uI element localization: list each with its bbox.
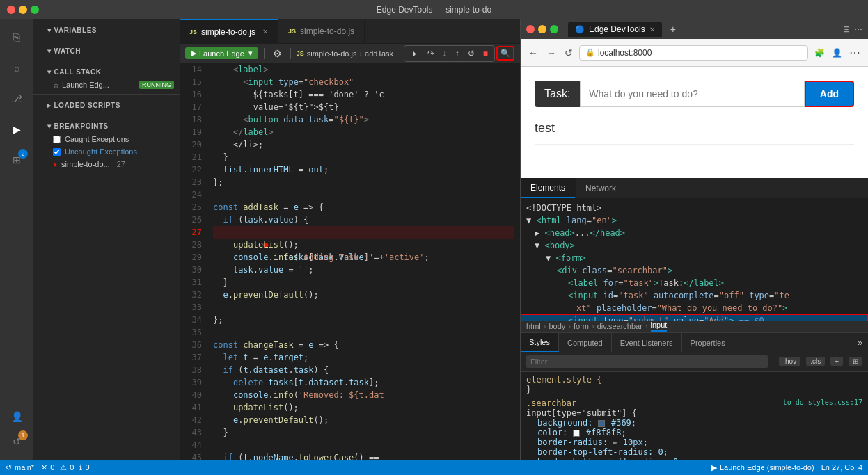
editor-tab-1-close[interactable]: ✕ — [262, 28, 268, 35]
breakpoint-file-label: simple-to-do... — [61, 160, 110, 168]
html-line-doctype[interactable]: <!DOCTYPE html> — [521, 202, 868, 214]
html-line-input-task[interactable]: <input id="task" autocomplete="off" type… — [521, 289, 868, 302]
devtools-dock-button[interactable]: ⊟ — [843, 24, 850, 34]
stop-button[interactable]: ■ — [480, 47, 491, 60]
activity-extensions[interactable]: ⊞ 2 — [4, 147, 29, 172]
forward-button[interactable]: → — [544, 45, 558, 61]
code-line-27: ● tasks[task.value] = 'active'; — [213, 226, 514, 239]
code-line-33 — [213, 301, 514, 314]
element-breadcrumbs: html › body › form › div.searchbar › inp… — [521, 321, 868, 332]
code-line-19: </label> — [213, 126, 514, 138]
close-button[interactable] — [7, 6, 15, 14]
styles-tab-computed[interactable]: Computed — [559, 333, 612, 352]
dt-traffic-lights — [526, 25, 558, 33]
restart-button[interactable]: ↺ — [464, 47, 478, 60]
info-count: 0 — [85, 463, 89, 472]
launch-dropdown-icon[interactable]: ▾ — [248, 49, 253, 58]
styles-tab-event-listeners[interactable]: Event Listeners — [612, 333, 682, 352]
add-rule-button[interactable]: + — [830, 357, 843, 366]
breakpoints-chevron: ▾ — [47, 122, 52, 130]
bc-sep-1: › — [544, 322, 546, 330]
bc-html[interactable]: html — [526, 322, 541, 330]
html-line-div-searchbar[interactable]: <div class="searchbar"> — [521, 264, 868, 277]
devtools-tab[interactable]: 🔵 Edge DevTools ✕ — [568, 22, 662, 37]
maximize-button[interactable] — [31, 6, 39, 14]
elements-tab[interactable]: Elements — [521, 178, 576, 198]
activity-search[interactable]: ⌕ — [4, 56, 29, 81]
loaded-scripts-section: ▸ Loaded Scripts — [33, 94, 180, 115]
variables-header[interactable]: ▾ Variables — [33, 22, 180, 37]
activity-account[interactable]: 👤 — [4, 404, 29, 429]
more-tools-button[interactable]: ⊞ — [849, 357, 862, 366]
dt-close[interactable] — [526, 25, 535, 33]
styles-more-button[interactable]: » — [852, 333, 868, 352]
html-line-label[interactable]: <label for="task">Task:</label> — [521, 277, 868, 289]
inspect-icon-button[interactable]: 🔍 — [496, 46, 514, 61]
breadcrumb-path: JS simple-to-do.js › addTask — [297, 49, 393, 58]
add-button[interactable]: Add — [805, 81, 854, 107]
status-errors[interactable]: ✕ 0 ⚠ 0 ℹ 0 — [41, 463, 89, 472]
devtools-more-button[interactable]: ⋯ — [854, 24, 862, 34]
html-line-input-task-cont[interactable]: xt" placeholder="What do you need to do?… — [521, 302, 868, 314]
html-line-head[interactable]: ▶ <head>...</head> — [521, 227, 868, 239]
devtools-titlebar: 🔵 Edge DevTools ✕ + ⊟ ⋯ — [521, 19, 868, 39]
bc-div[interactable]: div.searchbar — [597, 322, 642, 330]
code-editor[interactable]: 1415161718 1920212223 242526 27 28293031… — [180, 63, 520, 460]
debug-toolbar: ⏵ ↷ ↓ ↑ ↺ ■ — [404, 45, 495, 62]
task-input[interactable] — [580, 81, 804, 107]
bc-body[interactable]: body — [549, 322, 565, 330]
styles-filter-input[interactable] — [526, 355, 768, 368]
activity-remote[interactable]: ↺ 1 — [4, 429, 29, 454]
browser-more-button[interactable]: ⋯ — [847, 44, 862, 61]
breakpoints-header[interactable]: ▾ Breakpoints — [33, 118, 180, 133]
dt-maximize[interactable] — [550, 25, 558, 33]
activity-source-control[interactable]: ⎇ — [4, 86, 29, 111]
launch-edge-button[interactable]: ▶ Launch Edge ▾ — [185, 47, 258, 59]
minimize-button[interactable] — [19, 6, 27, 14]
bc-form[interactable]: form — [574, 322, 589, 330]
call-stack-item[interactable]: ☆ Launch Edg... RUNNING — [33, 79, 180, 91]
status-remote[interactable]: ↺ main* — [6, 463, 34, 472]
url-text: localhost:8000 — [598, 48, 652, 58]
step-over-button[interactable]: ↷ — [424, 47, 438, 60]
activity-explorer[interactable]: ⎘ — [4, 25, 29, 50]
styles-tab-properties[interactable]: Properties — [682, 333, 734, 352]
hov-button[interactable]: :hov — [779, 357, 800, 366]
network-tab[interactable]: Network — [576, 178, 626, 198]
styles-tab-styles[interactable]: Styles — [521, 333, 559, 352]
html-line-input-submit[interactable]: <input type="submit" value="Add"> == $0 — [521, 314, 868, 321]
gear-button[interactable]: ⚙ — [270, 47, 285, 61]
uncaught-exceptions-checkbox[interactable] — [53, 148, 61, 156]
activity-debug[interactable]: ▶ — [4, 117, 29, 142]
watch-header[interactable]: ▾ Watch — [33, 43, 180, 58]
js-icon-2: JS — [288, 28, 296, 35]
html-line-form[interactable]: ▼ <form> — [521, 252, 868, 264]
css-source-1[interactable]: to-do-styles.css:17 — [783, 398, 862, 408]
continue-button[interactable]: ⏵ — [407, 47, 423, 60]
editor-tab-1[interactable]: JS simple-to-do.js ✕ — [180, 19, 278, 43]
css-prop-border-top-left: border-top-left-radius: 0; — [526, 447, 668, 457]
editor-tab-2[interactable]: JS simple-to-do.js — [278, 19, 365, 43]
status-position[interactable]: Ln 27, Col 4 — [821, 463, 862, 472]
new-tab-button[interactable]: + — [670, 24, 676, 35]
caught-exceptions-checkbox[interactable] — [53, 136, 61, 143]
activity-bar: ⎘ ⌕ ⎇ ▶ ⊞ 2 👤 ↺ 1 — [0, 19, 33, 460]
dt-minimize[interactable] — [538, 25, 546, 33]
call-stack-header[interactable]: ▾ Call Stack — [33, 64, 180, 79]
code-line-45: if (t.nodeName.toLowerCase() == — [213, 451, 514, 460]
bc-input[interactable]: input — [651, 321, 668, 332]
variables-section: ▾ Variables — [33, 19, 180, 40]
html-line-html[interactable]: ▼ <html lang="en"> — [521, 214, 868, 227]
reload-button[interactable]: ↺ — [562, 45, 575, 61]
status-launch[interactable]: ▶ Launch Edge (simple-to-do) — [711, 463, 814, 472]
url-bar[interactable]: 🔒 localhost:8000 — [579, 45, 808, 61]
step-out-button[interactable]: ↑ — [452, 47, 463, 60]
html-line-body[interactable]: ▼ <body> — [521, 239, 868, 252]
profile-button[interactable]: 👤 — [830, 44, 844, 61]
loaded-scripts-header[interactable]: ▸ Loaded Scripts — [33, 97, 180, 112]
back-button[interactable]: ← — [526, 45, 540, 61]
cls-button[interactable]: .cls — [806, 357, 825, 366]
devtools-tab-close[interactable]: ✕ — [649, 26, 655, 33]
extensions-menu-button[interactable]: 🧩 — [812, 44, 827, 61]
step-into-button[interactable]: ↓ — [439, 47, 450, 60]
